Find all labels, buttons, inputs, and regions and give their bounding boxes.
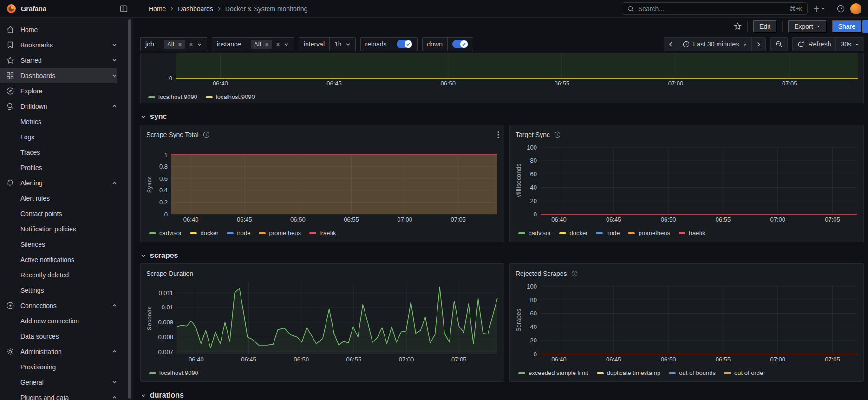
legend-item-docker[interactable]: docker [190,230,218,236]
sidebar-item-bookmarks[interactable]: Bookmarks [0,37,117,52]
kebab-menu-icon[interactable] [497,131,499,138]
chevron-down-icon[interactable] [112,58,117,63]
sidebar-item-explore[interactable]: Explore [0,83,117,98]
sidebar-item-active-notifications[interactable]: Active notifications [0,252,117,267]
refresh-button[interactable]: Refresh [792,37,836,51]
breadcrumb-item-home[interactable]: Home [149,5,166,13]
chevron-down-icon[interactable] [112,42,117,47]
chevron-up-icon[interactable] [112,349,117,354]
info-icon[interactable] [571,270,578,277]
panel-header[interactable]: Scrape Sync Total [145,129,499,141]
sidebar-item-traces[interactable]: Traces [0,144,117,160]
filter-value[interactable]: All [246,38,294,51]
legend-item-cadvisor[interactable]: cadvisor [149,230,182,236]
sidebar-item-plugins-and-data[interactable]: Plugins and data [0,390,117,400]
sidebar-item-contact-points[interactable]: Contact points [0,206,117,221]
legend-item-localhost-9090[interactable]: localhost:9090 [148,93,197,100]
time-back-button[interactable] [664,37,678,51]
sidebar-item-profiles[interactable]: Profiles [0,160,117,175]
toggle-switch[interactable] [397,40,412,48]
time-forward-button[interactable] [751,37,766,51]
zoom-out-button[interactable] [770,37,788,51]
legend-item-node[interactable]: node [227,230,250,236]
help-icon[interactable] [837,5,845,13]
legend-item-prometheus[interactable]: prometheus [628,230,670,236]
filter-chip[interactable]: All [164,40,185,49]
panel-header[interactable]: Scrape Duration [145,268,499,280]
search-input[interactable]: Search... ⌘+k [622,2,808,15]
toggle-switch[interactable] [452,40,468,48]
legend-item-out-of-order[interactable]: out of order [724,369,765,376]
filter-chip[interactable]: All [251,40,272,49]
remove-icon[interactable] [265,42,269,46]
legend-item-localhost-9090[interactable]: localhost:9090 [206,93,255,100]
section-header-durations[interactable]: durations [141,391,868,400]
chevron-up-icon[interactable] [112,395,117,400]
legend-item-cadvisor[interactable]: cadvisor [518,230,551,236]
chevron-down-icon[interactable] [112,73,117,78]
export-button[interactable]: Export [788,20,826,33]
sidebar-item-notification-policies[interactable]: Notification policies [0,221,117,236]
user-avatar[interactable] [850,3,861,14]
sidebar-item-add-new-connection[interactable]: Add new connection [0,313,117,328]
chevron-up-icon[interactable] [112,303,117,308]
time-range-picker[interactable]: Last 30 minutes [678,37,752,51]
sidebar-scrollbar[interactable] [128,19,131,399]
breadcrumb-item-docker-system-monitoring[interactable]: Docker & System monitoring [225,5,307,13]
sidebar-item-logs[interactable]: Logs [0,129,117,144]
chevron-down-icon[interactable] [284,42,289,47]
favorite-star-icon[interactable] [734,22,742,30]
section-header-sync[interactable]: sync [141,112,868,121]
clear-icon[interactable] [276,42,280,46]
chevron-down-icon[interactable] [112,380,117,385]
sidebar-item-alerting[interactable]: Alerting [0,175,117,190]
sidebar-item-dashboards[interactable]: Dashboards [0,68,117,83]
chevron-down-icon[interactable] [346,42,351,47]
sidebar-item-silences[interactable]: Silences [0,236,117,252]
sidebar-item-settings[interactable]: Settings [0,282,117,298]
sidebar-item-provisioning[interactable]: Provisioning [0,359,117,374]
sidebar-item-drilldown[interactable]: Drilldown [0,98,117,114]
refresh-interval-picker[interactable]: 30s [835,37,864,51]
chart-target-sync[interactable]: 10080604020006:4006:4506:5006:5507:0007:… [515,141,859,224]
legend-item-prometheus[interactable]: prometheus [259,230,301,236]
info-icon[interactable] [554,131,561,138]
sidebar-item-administration[interactable]: Administration [0,344,117,359]
panel-header[interactable]: Target Sync [515,129,859,141]
sidebar-item-recently-deleted[interactable]: Recently deleted [0,267,117,282]
legend-item-exceeded-sample-limit[interactable]: exceeded sample limit [518,369,588,376]
chevron-down-icon[interactable] [197,42,202,47]
legend-item-out-of-bounds[interactable]: out of bounds [669,369,716,376]
clear-icon[interactable] [189,42,193,46]
chart-rejected-scrapes[interactable]: 10080604020006:4006:4506:5006:5507:0007:… [515,280,859,364]
legend-item-localhost-9090[interactable]: localhost:9090 [149,369,198,376]
chart-scrape-sync-total[interactable]: 10.80.60.40.2006:4006:4506:5006:5507:000… [145,141,499,224]
info-icon[interactable] [203,131,209,138]
chart-cropped-top[interactable]: 006:4006:4506:5006:5507:0007:05 [144,53,860,88]
filter-toggle[interactable] [447,38,473,51]
edit-button[interactable]: Edit [753,20,777,33]
new-button[interactable] [813,6,825,12]
chart-scrape-duration[interactable]: 0.0110.010.0090.0080.00706:4006:4506:500… [145,280,499,364]
breadcrumb-item-dashboards[interactable]: Dashboards [178,5,213,13]
sidebar-item-general[interactable]: General [0,374,117,390]
sidebar-item-alert-rules[interactable]: Alert rules [0,190,117,206]
section-header-scrapes[interactable]: scrapes [141,251,868,260]
sidebar-toggle-icon[interactable] [120,5,128,13]
panel-header[interactable]: Rejected Scrapes [515,268,859,280]
sidebar-item-data-sources[interactable]: Data sources [0,328,117,344]
chevron-up-icon[interactable] [112,180,117,185]
remove-icon[interactable] [178,42,182,46]
filter-toggle[interactable] [392,38,417,51]
legend-item-node[interactable]: node [596,230,620,236]
share-button[interactable]: Share [832,20,861,33]
share-split-button[interactable] [862,20,868,33]
legend-item-traefik[interactable]: traefik [679,230,705,236]
sidebar-item-connections[interactable]: Connections [0,298,117,313]
legend-item-duplicate-timestamp[interactable]: duplicate timestamp [597,369,661,376]
filter-value[interactable]: All [159,38,207,51]
grafana-logo-icon[interactable] [7,4,16,13]
legend-item-docker[interactable]: docker [559,230,587,236]
filter-value[interactable]: 1h [329,38,355,51]
legend-item-traefik[interactable]: traefik [309,230,336,236]
